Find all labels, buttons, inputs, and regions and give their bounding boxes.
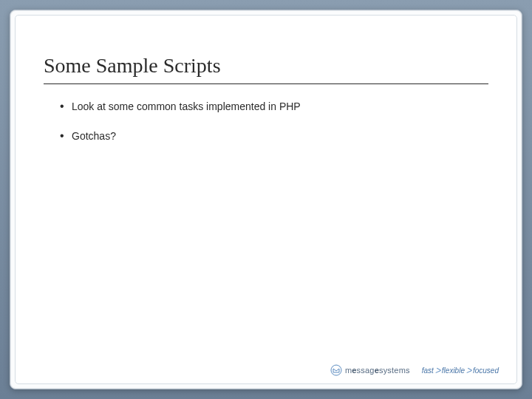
bullet-list: Look at some common tasks implemented in…	[44, 100, 488, 142]
slide-inner: Some Sample Scripts Look at some common …	[15, 15, 517, 384]
tagline: fastᐳflexibleᐳfocused	[422, 366, 499, 375]
brand-text: messagesystems	[345, 366, 410, 375]
list-item: Look at some common tasks implemented in…	[60, 100, 488, 112]
brand-logo: messagesystems	[330, 364, 410, 376]
svg-point-0	[331, 365, 341, 375]
slide-title: Some Sample Scripts	[44, 54, 488, 84]
list-item: Gotchas?	[60, 130, 488, 142]
slide-footer: messagesystems fastᐳflexibleᐳfocused	[330, 364, 499, 376]
slide-frame: Some Sample Scripts Look at some common …	[10, 10, 522, 389]
slide-content: Some Sample Scripts Look at some common …	[16, 16, 516, 142]
envelope-icon	[330, 364, 342, 376]
